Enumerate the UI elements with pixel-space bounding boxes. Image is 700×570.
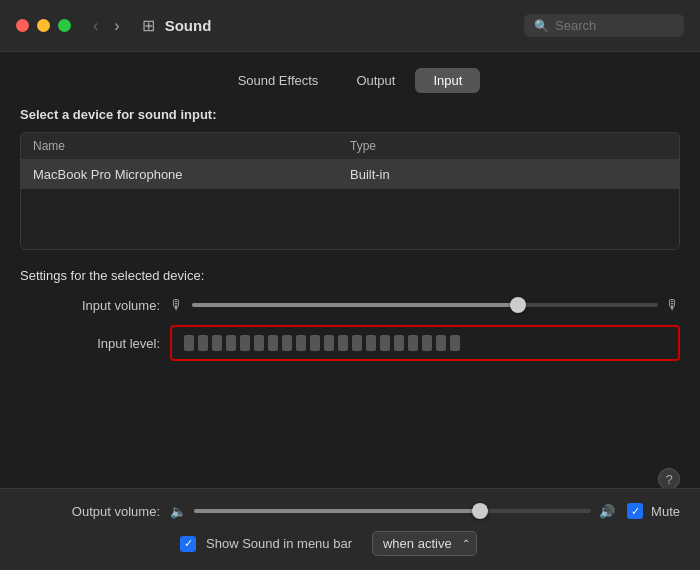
nav-buttons: ‹ ›: [87, 15, 126, 37]
level-bar-8: [282, 335, 292, 351]
settings-section: Settings for the selected device: Input …: [20, 268, 680, 361]
title-bar: ‹ › ⊞ Sound 🔍: [0, 0, 700, 52]
slider-thumb[interactable]: [510, 297, 526, 313]
settings-section-label: Settings for the selected device:: [20, 268, 680, 283]
level-bar-3: [212, 335, 222, 351]
grid-icon: ⊞: [142, 16, 155, 35]
level-bar-10: [310, 335, 320, 351]
search-input[interactable]: [555, 18, 675, 33]
search-icon: 🔍: [534, 19, 549, 33]
level-bar-20: [450, 335, 460, 351]
tab-input[interactable]: Input: [415, 68, 480, 93]
device-section-label: Select a device for sound input:: [20, 107, 680, 122]
level-bar-19: [436, 335, 446, 351]
tab-output[interactable]: Output: [338, 68, 413, 93]
output-volume-row: Output volume: 🔈 🔊 ✓ Mute: [20, 503, 680, 519]
input-level-label: Input level:: [20, 336, 160, 351]
level-bar-2: [198, 335, 208, 351]
input-volume-slider[interactable]: 🎙 🎙: [170, 297, 680, 313]
table-row[interactable]: MacBook Pro Microphone Built-in: [21, 160, 679, 189]
slider-fill: [192, 303, 518, 307]
level-bar-13: [352, 335, 362, 351]
main-content: Sound Effects Output Input Select a devi…: [0, 52, 700, 361]
volume-low-icon: 🎙: [170, 297, 184, 313]
input-level-box: [170, 325, 680, 361]
search-box[interactable]: 🔍: [524, 14, 684, 37]
volume-high-icon: 🎙: [666, 297, 680, 313]
level-bar-9: [296, 335, 306, 351]
volume-muted-icon: 🔈: [170, 504, 186, 519]
level-bar-12: [338, 335, 348, 351]
window-title: Sound: [165, 17, 524, 34]
level-bar-7: [268, 335, 278, 351]
output-volume-label: Output volume:: [20, 504, 160, 519]
input-volume-label: Input volume:: [20, 298, 160, 313]
when-active-dropdown[interactable]: when active ⌃: [372, 531, 477, 556]
show-sound-row: ✓ Show Sound in menu bar when active ⌃: [20, 531, 680, 556]
level-bars: [184, 335, 460, 351]
mute-label: Mute: [651, 504, 680, 519]
output-volume-slider[interactable]: 🔈 🔊: [170, 504, 615, 519]
level-bar-11: [324, 335, 334, 351]
output-slider-fill: [194, 509, 480, 513]
tab-sound-effects[interactable]: Sound Effects: [220, 68, 337, 93]
output-slider-track[interactable]: [194, 509, 591, 513]
level-bar-1: [184, 335, 194, 351]
tab-bar: Sound Effects Output Input: [20, 52, 680, 107]
bottom-section: Output volume: 🔈 🔊 ✓ Mute ✓ Show Sound i…: [0, 488, 700, 570]
forward-button[interactable]: ›: [108, 15, 125, 37]
traffic-lights: [16, 19, 71, 32]
level-bar-14: [366, 335, 376, 351]
volume-full-icon: 🔊: [599, 504, 615, 519]
level-bar-5: [240, 335, 250, 351]
input-volume-row: Input volume: 🎙 🎙: [20, 297, 680, 313]
level-bar-6: [254, 335, 264, 351]
device-table: Name Type MacBook Pro Microphone Built-i…: [20, 132, 680, 250]
input-level-row: Input level:: [20, 325, 680, 361]
slider-track[interactable]: [192, 303, 658, 307]
column-type-header: Type: [350, 139, 667, 153]
back-button[interactable]: ‹: [87, 15, 104, 37]
show-sound-label: Show Sound in menu bar: [206, 536, 352, 551]
device-name: MacBook Pro Microphone: [33, 167, 350, 182]
chevron-down-icon: ⌃: [462, 538, 470, 549]
when-active-label: when active: [383, 536, 452, 551]
level-bar-4: [226, 335, 236, 351]
level-bar-17: [408, 335, 418, 351]
fullscreen-button[interactable]: [58, 19, 71, 32]
mute-checkbox[interactable]: ✓: [627, 503, 643, 519]
close-button[interactable]: [16, 19, 29, 32]
column-name-header: Name: [33, 139, 350, 153]
level-bar-18: [422, 335, 432, 351]
level-bar-16: [394, 335, 404, 351]
output-slider-thumb[interactable]: [472, 503, 488, 519]
help-button[interactable]: ?: [658, 468, 680, 490]
minimize-button[interactable]: [37, 19, 50, 32]
show-sound-checkbox[interactable]: ✓: [180, 536, 196, 552]
level-bar-15: [380, 335, 390, 351]
table-header: Name Type: [21, 133, 679, 160]
device-type: Built-in: [350, 167, 667, 182]
